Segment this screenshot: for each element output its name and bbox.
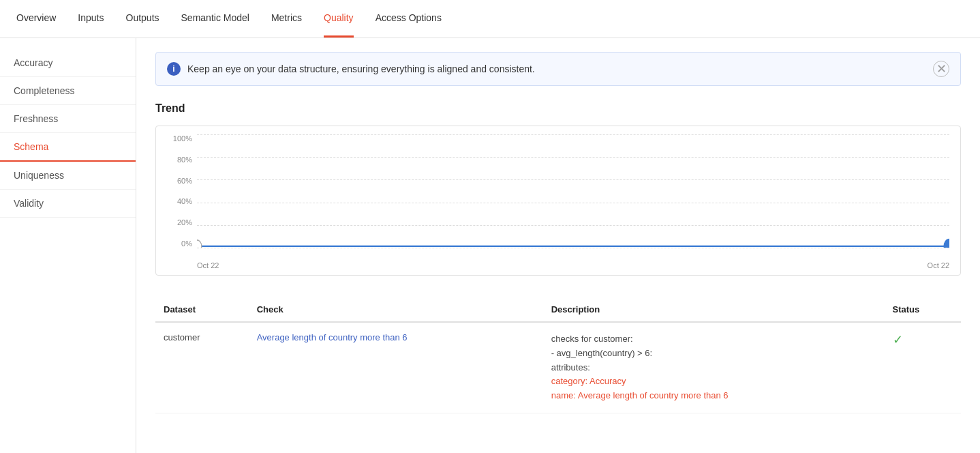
cell-dataset: customer	[155, 322, 249, 413]
quality-table: Dataset Check Description Status custome…	[155, 297, 961, 413]
y-label-0: 0%	[162, 239, 192, 248]
info-banner-text: Keep an eye on your data structure, ensu…	[187, 63, 535, 74]
status-pass-icon: ✓	[893, 333, 903, 347]
top-nav: Overview Inputs Outputs Semantic Model M…	[0, 0, 980, 38]
sidebar-item-freshness[interactable]: Freshness	[0, 105, 136, 133]
sidebar-item-schema[interactable]: Schema	[0, 133, 136, 162]
y-label-100: 100%	[162, 134, 192, 143]
cell-status: ✓	[885, 322, 961, 413]
info-icon: i	[167, 62, 181, 76]
grid-line-0	[197, 248, 949, 248]
x-labels: Oct 22 Oct 22	[197, 261, 949, 269]
y-label-20: 20%	[162, 218, 192, 227]
cell-description: checks for customer: - avg_length(countr…	[543, 322, 885, 413]
nav-item-quality[interactable]: Quality	[324, 0, 354, 38]
col-dataset: Dataset	[155, 297, 249, 322]
desc-line5: name: Average length of country more tha…	[551, 390, 729, 400]
y-label-60: 60%	[162, 177, 192, 185]
desc-line3: attributes:	[551, 362, 590, 372]
trend-chart: 100% 80% 60% 40% 20% 0%	[155, 126, 961, 276]
col-check: Check	[249, 297, 543, 322]
desc-line1: checks for customer:	[551, 334, 633, 344]
nav-item-outputs[interactable]: Outputs	[126, 0, 159, 38]
desc-line2: - avg_length(country) > 6:	[551, 348, 653, 358]
check-link[interactable]: Average length of country more than 6	[257, 332, 408, 342]
svg-point-2	[944, 239, 949, 248]
nav-item-overview[interactable]: Overview	[16, 0, 56, 38]
svg-point-1	[197, 240, 202, 248]
table-head: Dataset Check Description Status	[155, 297, 961, 322]
nav-item-metrics[interactable]: Metrics	[271, 0, 302, 38]
sidebar: Accuracy Completeness Freshness Schema U…	[0, 38, 136, 453]
col-status: Status	[885, 297, 961, 322]
sidebar-item-completeness[interactable]: Completeness	[0, 77, 136, 105]
chart-y-labels: 100% 80% 60% 40% 20% 0%	[162, 134, 192, 248]
desc-line4: category: Accuracy	[551, 376, 626, 386]
y-label-80: 80%	[162, 156, 192, 164]
sidebar-item-validity[interactable]: Validity	[0, 190, 136, 218]
sidebar-item-uniqueness[interactable]: Uniqueness	[0, 162, 136, 190]
close-banner-button[interactable]: ✕	[933, 61, 949, 77]
table-row: customer Average length of country more …	[155, 322, 961, 413]
description-content: checks for customer: - avg_length(countr…	[551, 332, 876, 403]
trend-title: Trend	[155, 102, 961, 115]
chart-svg	[197, 134, 949, 248]
nav-item-access-options[interactable]: Access Options	[376, 0, 442, 38]
sidebar-item-accuracy[interactable]: Accuracy	[0, 49, 136, 77]
table-body: customer Average length of country more …	[155, 322, 961, 413]
x-label-start: Oct 22	[197, 261, 219, 269]
x-label-end: Oct 22	[928, 261, 949, 269]
nav-item-inputs[interactable]: Inputs	[78, 0, 104, 38]
y-label-40: 40%	[162, 197, 192, 205]
main-content: i Keep an eye on your data structure, en…	[136, 38, 980, 453]
info-banner: i Keep an eye on your data structure, en…	[155, 52, 961, 86]
nav-item-semantic-model[interactable]: Semantic Model	[181, 0, 249, 38]
cell-check[interactable]: Average length of country more than 6	[249, 322, 543, 413]
col-description: Description	[543, 297, 885, 322]
layout: Accuracy Completeness Freshness Schema U…	[0, 38, 980, 453]
info-banner-left: i Keep an eye on your data structure, en…	[167, 62, 535, 76]
